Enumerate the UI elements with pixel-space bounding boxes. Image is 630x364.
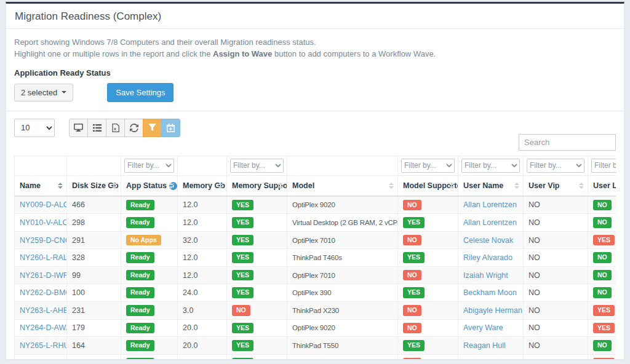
cell-user_legal_hold: YES [588, 301, 616, 319]
user_name-link[interactable]: Allan Lorentzen [463, 218, 517, 227]
name-link[interactable]: NY260-L-RALVA [20, 253, 67, 262]
cell-user_name: Beckham Moon [458, 284, 524, 302]
status-badge: NO [593, 252, 612, 263]
cell-user_vip: NO [524, 196, 588, 214]
user_name-link[interactable]: Avery Ware [463, 323, 503, 332]
col-header-label: Name [20, 181, 41, 190]
col-header-user_vip[interactable]: User Vip [524, 175, 588, 196]
col-header-label: User Vip [528, 181, 560, 190]
save-settings-button[interactable]: Save Settings [107, 83, 173, 102]
col-header-model[interactable]: Model [287, 175, 398, 196]
name-link[interactable]: NY262-D-BMOON [20, 288, 67, 297]
filter-select-memory_supported[interactable]: Filter by... [230, 159, 284, 173]
cell-name: NY265-L-RHULL [15, 337, 67, 355]
name-link[interactable]: NY263-L-AHERM [20, 306, 67, 315]
status-badge: NO [403, 358, 421, 360]
cell-memory_gb: 20.0 [178, 337, 227, 355]
table-row[interactable]: NY261-D-IWRIG99Ready12.0YESOptiPlex 7010… [15, 266, 616, 284]
filter-select-app_status[interactable]: Filter by... [124, 159, 174, 173]
desktop-icon[interactable] [69, 119, 88, 137]
table-row[interactable]: NY010-V-ALORE298Ready12.0YESVirtual Desk… [15, 214, 616, 232]
cell-disk_size_gb: 298 [67, 214, 121, 232]
cell-model: ThinkPad X230 [287, 301, 398, 319]
calendar-plus-icon[interactable] [161, 119, 180, 137]
status-badge: NO [593, 287, 612, 298]
cell-disk_size_gb: 100 [67, 284, 121, 302]
search-input[interactable] [519, 134, 616, 151]
user_name-link[interactable]: Celeste Novak [463, 236, 513, 245]
report-table: Filter by...Filter by...Filter by...Filt… [14, 156, 616, 360]
report-panel: Migration Readiness (Complex) Report sho… [6, 2, 624, 360]
name-link[interactable]: NY266-D-RHOUS [20, 358, 67, 360]
cell-memory_supported: YES [227, 319, 287, 337]
name-link[interactable]: NY010-V-ALORE [20, 218, 67, 227]
status-badge: YES [232, 270, 253, 281]
cell-user_name: Raymond House [458, 354, 524, 360]
user_name-link[interactable]: Allan Lorentzen [463, 200, 517, 209]
table-row[interactable]: NY265-L-RHULL164Ready20.0YESThinkPad T55… [15, 337, 616, 355]
table-toolbar-buttons: x [69, 119, 180, 137]
filter-select-user_name[interactable]: Filter by... [461, 159, 520, 173]
description-line1: Report showing Windows 7/8 Computers and… [14, 37, 616, 49]
description-line2: Highlight one or multiple rows in the re… [14, 49, 616, 60]
status-badge: Ready [126, 305, 154, 316]
filter-select-model_supported[interactable]: Filter by... [401, 159, 455, 173]
cell-user_legal_hold: NO [588, 266, 616, 284]
status-badge: YES [403, 287, 425, 298]
cell-user_name: Avery Ware [458, 319, 524, 337]
col-header-user_legal_hold[interactable]: User Legal H [588, 175, 616, 196]
name-link[interactable]: NY265-L-RHULL [20, 341, 67, 350]
filter-select-user_vip[interactable]: Filter by... [527, 159, 584, 173]
cell-model_supported: NO [398, 266, 458, 284]
table-row[interactable]: NY262-D-BMOON100Ready24.0YESOptiPlex 390… [15, 284, 616, 302]
cell-name: NY259-D-CNOVA [15, 231, 67, 249]
col-header-user_name[interactable]: User Name [458, 175, 524, 196]
filter-cell-name [15, 156, 67, 175]
user_name-link[interactable]: Beckham Moon [463, 288, 517, 297]
col-header-disk_size_gb[interactable]: Disk Size Gb [67, 175, 121, 196]
table-row[interactable]: NY009-D-ALORENT466Ready12.0YESOptiPlex 9… [15, 196, 616, 214]
table-row[interactable]: NY260-L-RALVA328Ready12.0YESThinkPad T46… [15, 249, 616, 267]
table-row[interactable]: NY266-D-RHOUS123Ready32.0YESOptiPlex 701… [15, 354, 616, 360]
cell-model: OptiPlex 7010 [287, 266, 398, 284]
table-row[interactable]: NY259-D-CNOVA291No Apps32.0YESOptiPlex 7… [15, 231, 616, 249]
table-row[interactable]: NY263-L-AHERM231Ready3.0NOThinkPad X230N… [15, 301, 616, 319]
page-length-select[interactable]: 10 [14, 119, 55, 137]
sort-icons [169, 183, 173, 189]
table-row[interactable]: NY264-D-AWARE179Ready20.0YESOptiPlex 902… [15, 319, 616, 337]
name-link[interactable]: NY264-D-AWARE [20, 323, 67, 332]
name-link[interactable]: NY259-D-CNOVA [20, 236, 67, 245]
filter-select-user_legal_hold[interactable]: Filter by... [591, 159, 616, 173]
col-header-label: App Status [126, 181, 167, 190]
sort-icons [58, 183, 63, 189]
cell-memory_gb: 24.0 [178, 284, 227, 302]
filter-icon[interactable] [143, 119, 162, 137]
file-export-icon[interactable]: x [106, 119, 125, 137]
user_name-link[interactable]: Izaiah Wright [463, 271, 508, 280]
report-description: Report showing Windows 7/8 Computers and… [14, 37, 616, 60]
user_name-link[interactable]: Reagan Hull [463, 341, 506, 350]
status-badge: YES [593, 358, 615, 360]
name-link[interactable]: NY261-D-IWRIG [20, 271, 67, 280]
cell-app_status: Ready [121, 266, 178, 284]
col-header-model_supported[interactable]: Model Supported [398, 175, 458, 196]
name-link[interactable]: NY009-D-ALORENT [20, 200, 67, 209]
status-badge: YES [232, 358, 253, 360]
col-header-memory_gb[interactable]: Memory Gb [178, 175, 227, 196]
user_name-link[interactable]: Abigayle Herman [463, 306, 522, 315]
col-header-app_status[interactable]: App Statusi [121, 175, 178, 196]
user_name-link[interactable]: Raymond House [463, 358, 520, 360]
cell-name: NY009-D-ALORENT [15, 196, 67, 214]
list-icon[interactable] [87, 119, 106, 137]
col-header-memory_supported[interactable]: Memory Supported [227, 175, 287, 196]
user_name-link[interactable]: Riley Alvarado [463, 253, 512, 262]
selected-dropdown[interactable]: 2 selected [14, 84, 73, 101]
cell-memory_gb: 3.0 [178, 301, 227, 319]
col-header-name[interactable]: Name [15, 175, 67, 196]
cell-app_status: Ready [121, 284, 178, 302]
table-body: NY009-D-ALORENT466Ready12.0YESOptiPlex 9… [15, 196, 616, 360]
cell-name: NY266-D-RHOUS [15, 354, 67, 360]
page-length-wrap: 10 [14, 119, 55, 137]
cell-user_vip: NO [524, 266, 588, 284]
refresh-icon[interactable] [124, 119, 143, 137]
